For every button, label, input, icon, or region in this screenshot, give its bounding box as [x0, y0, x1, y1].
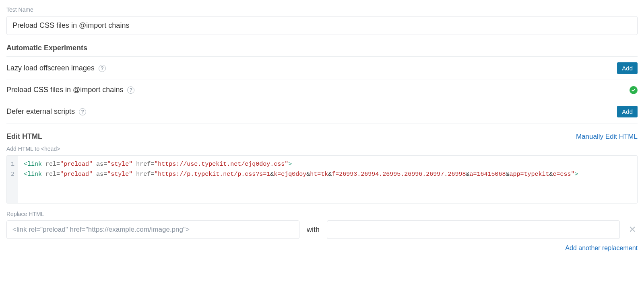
test-name-input[interactable] [6, 16, 638, 35]
code-area[interactable]: <link rel="preload" as="style" href="htt… [18, 156, 637, 203]
experiment-row: Defer external scripts ? Add [6, 100, 638, 123]
experiments-heading: Automatic Experiments [6, 44, 638, 52]
close-icon[interactable]: ✕ [627, 224, 638, 235]
replace-to-input[interactable] [327, 220, 620, 239]
code-editor[interactable]: 12 <link rel="preload" as="style" href="… [6, 155, 638, 204]
with-label: with [307, 226, 320, 234]
replace-html-label: Replace HTML [6, 211, 638, 217]
check-icon [630, 86, 638, 94]
add-button[interactable]: Add [617, 62, 638, 74]
add-button[interactable]: Add [617, 106, 638, 117]
experiment-label: Lazy load offscreen images [6, 64, 95, 72]
add-replacement-link[interactable]: Add another replacement [565, 245, 638, 251]
help-icon[interactable]: ? [127, 86, 134, 94]
replace-row: with ✕ [6, 220, 638, 239]
help-icon[interactable]: ? [79, 108, 86, 115]
test-name-label: Test Name [6, 6, 638, 13]
manually-edit-html-link[interactable]: Manually Edit HTML [576, 133, 638, 141]
experiment-row: Preload CSS files in @import chains ? [6, 80, 638, 100]
edit-html-heading: Edit HTML [6, 132, 42, 141]
experiment-list: Lazy load offscreen images ? Add Preload… [6, 56, 638, 123]
replace-from-input[interactable] [6, 220, 299, 239]
experiment-row: Lazy load offscreen images ? Add [6, 57, 638, 80]
experiment-label: Preload CSS files in @import chains [6, 86, 123, 94]
code-gutter: 12 [7, 156, 18, 203]
help-icon[interactable]: ? [99, 65, 106, 72]
experiment-label: Defer external scripts [6, 107, 75, 116]
add-head-label: Add HTML to <head> [6, 146, 638, 152]
